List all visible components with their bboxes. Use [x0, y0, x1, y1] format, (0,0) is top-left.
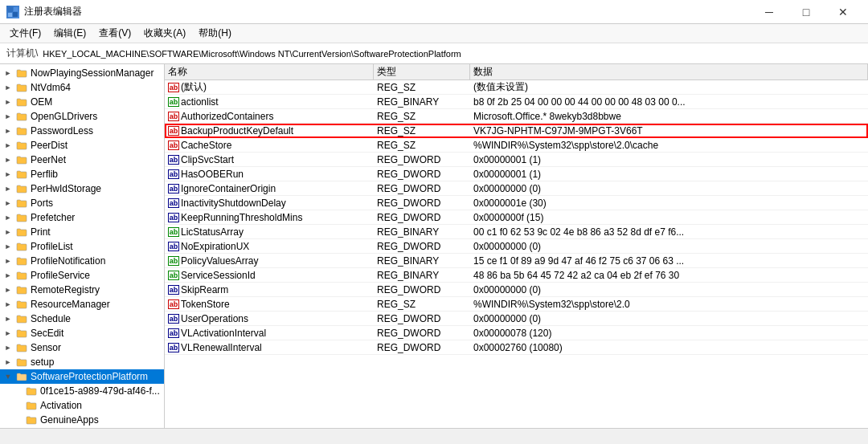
tree-item-Schedule[interactable]: ► Schedule — [0, 312, 164, 326]
svg-rect-1 — [14, 7, 18, 11]
table-row[interactable]: abBackupProductKeyDefaultREG_SZVK7JG-NPH… — [165, 124, 868, 138]
tree-item-PasswordLess[interactable]: ► PasswordLess — [0, 124, 164, 138]
expand-icon[interactable]: ► — [3, 112, 13, 121]
expand-icon[interactable]: ► — [3, 299, 13, 309]
cell-type: REG_DWORD — [374, 283, 470, 296]
tree-item-label: NowPlayingSessionManager — [31, 67, 154, 79]
column-header-type[interactable]: 类型 — [374, 64, 470, 79]
tree-item-SoftwareProtectionPlatform[interactable]: ▼ SoftwareProtectionPlatform — [0, 369, 164, 384]
expand-icon[interactable]: ► — [3, 227, 13, 237]
expand-icon[interactable]: ► — [3, 242, 13, 251]
cell-data: 0x00000000 (0) — [470, 181, 868, 195]
tree-item-ProfileNotification[interactable]: ► ProfileNotification — [0, 254, 164, 268]
table-row[interactable]: abAuthorizedContainersREG_SZMicrosoft.Of… — [165, 109, 868, 124]
tree-item-OpenGLDrivers[interactable]: ► OpenGLDrivers — [0, 109, 164, 124]
table-header: 名称 类型 数据 — [165, 64, 868, 80]
tree-item-0f1ce15[interactable]: 0f1ce15-a989-479d-af46-f... — [0, 384, 164, 398]
table-row[interactable]: abVLActivationIntervalREG_DWORD0x0000007… — [165, 326, 868, 340]
table-row[interactable]: abIgnoreContainerOriginREG_DWORD0x000000… — [165, 181, 868, 196]
table-row[interactable]: abHasOOBERunREG_DWORD0x00000001 (1) — [165, 167, 868, 181]
table-row[interactable]: abVLRenewalIntervalREG_DWORD0x00002760 (… — [165, 340, 868, 355]
tree-item-GenuineApps[interactable]: GenuineApps — [0, 413, 164, 427]
expand-icon[interactable]: ► — [3, 126, 13, 136]
tree-item-RemoteRegistry[interactable]: ► RemoteRegistry — [0, 283, 164, 297]
expand-icon[interactable]: ► — [3, 271, 13, 280]
tree-item-NowPlayingSessionManager[interactable]: ► NowPlayingSessionManager — [0, 66, 164, 80]
expand-icon[interactable]: ► — [3, 343, 13, 352]
expand-icon[interactable]: ► — [3, 314, 13, 324]
table-row[interactable]: abClipSvcStartREG_DWORD0x00000001 (1) — [165, 153, 868, 167]
tree-item-NtVdm64[interactable]: ► NtVdm64 — [0, 80, 164, 95]
expand-icon[interactable]: ► — [3, 357, 13, 367]
expand-icon[interactable]: ► — [3, 97, 13, 107]
tree-item-OEM[interactable]: ► OEM — [0, 95, 164, 109]
table-row[interactable]: abInactivityShutdownDelayREG_DWORD0x0000… — [165, 196, 868, 210]
tree-item-setup[interactable]: ► setup — [0, 355, 164, 369]
table-row[interactable]: abNoExpirationUXREG_DWORD0x00000000 (0) — [165, 239, 868, 254]
address-path[interactable]: HKEY_LOCAL_MACHINE\SOFTWARE\Microsoft\Wi… — [43, 49, 862, 59]
expand-icon[interactable]: ► — [3, 198, 13, 208]
tree-item-ResourceManager[interactable]: ► ResourceManager — [0, 297, 164, 312]
table-row[interactable]: abTokenStoreREG_SZ%WINDIR%\System32\spp\… — [165, 297, 868, 312]
tree-item-label: Schedule — [31, 313, 71, 324]
table-row[interactable]: ab(默认)REG_SZ(数值未设置) — [165, 80, 868, 95]
tree-item-Perflib[interactable]: ► Perflib — [0, 167, 164, 181]
tree-item-label: ProfileService — [31, 270, 90, 281]
tree-item-Ports[interactable]: ► Ports — [0, 196, 164, 210]
table-row[interactable]: abKeepRunningThresholdMinsREG_DWORD0x000… — [165, 210, 868, 225]
expand-icon[interactable]: ► — [3, 328, 13, 338]
expand-icon[interactable] — [13, 415, 23, 425]
cell-name: abHasOOBERun — [165, 167, 374, 181]
expand-icon[interactable]: ▼ — [3, 372, 13, 381]
expand-icon[interactable]: ► — [3, 169, 13, 179]
expand-icon[interactable]: ► — [3, 141, 13, 150]
column-header-name[interactable]: 名称 — [165, 64, 374, 79]
table-row[interactable]: abServiceSessionIdREG_BINARY48 86 ba 5b … — [165, 268, 868, 283]
minimize-button[interactable]: ─ — [751, 0, 788, 24]
tree-item-label: SecEdit — [31, 328, 63, 339]
table-row[interactable]: abPolicyValuesArrayREG_BINARY15 ce f1 0f… — [165, 254, 868, 268]
menu-item-收藏夹A[interactable]: 收藏夹(A) — [137, 25, 192, 42]
menu-item-查看V[interactable]: 查看(V) — [92, 25, 137, 42]
folder-icon — [25, 385, 38, 397]
tree-item-label: Ports — [31, 198, 53, 209]
table-row[interactable]: abUserOperationsREG_DWORD0x00000000 (0) — [165, 312, 868, 326]
binary-icon: ab — [168, 255, 179, 267]
tree-item-PeerNet[interactable]: ► PeerNet — [0, 153, 164, 167]
tree-item-label: PeerDist — [31, 140, 68, 151]
expand-icon[interactable]: ► — [3, 285, 13, 295]
tree-item-PeerDist[interactable]: ► PeerDist — [0, 138, 164, 153]
expand-icon[interactable]: ► — [3, 83, 13, 92]
folder-icon — [15, 270, 28, 281]
close-button[interactable]: ✕ — [825, 0, 862, 24]
menu-item-帮助H[interactable]: 帮助(H) — [192, 25, 238, 42]
expand-icon[interactable]: ► — [3, 256, 13, 266]
table-row[interactable]: abLicStatusArrayREG_BINARY00 c1 f0 62 53… — [165, 225, 868, 239]
tree-item-PerHwIdStorage[interactable]: ► PerHwIdStorage — [0, 181, 164, 196]
expand-icon[interactable]: ► — [3, 184, 13, 193]
column-header-data[interactable]: 数据 — [470, 64, 868, 79]
dword-icon: ab — [168, 328, 179, 339]
tree-item-Activation[interactable]: Activation — [0, 398, 164, 413]
tree-item-ProfileService[interactable]: ► ProfileService — [0, 268, 164, 283]
expand-icon[interactable]: ► — [3, 213, 13, 222]
folder-icon — [15, 183, 28, 194]
tree-item-SecEdit[interactable]: ► SecEdit — [0, 326, 164, 340]
expand-icon[interactable]: ► — [3, 155, 13, 165]
expand-icon[interactable] — [13, 386, 23, 396]
tree-item-Sensor[interactable]: ► Sensor — [0, 340, 164, 355]
table-row[interactable]: abactionlistREG_BINARYb8 0f 2b 25 04 00 … — [165, 95, 868, 109]
maximize-button[interactable]: □ — [788, 0, 825, 24]
table-row[interactable]: abCacheStoreREG_SZ%WINDIR%\System32\spp\… — [165, 138, 868, 153]
tree-item-PayloadOverride[interactable]: PayloadOverride — [0, 427, 164, 428]
menu-item-编辑E[interactable]: 编辑(E) — [47, 25, 92, 42]
cell-data: 48 86 ba 5b 64 45 72 42 a2 ca 04 eb 2f e… — [470, 268, 868, 282]
tree-item-ProfileList[interactable]: ► ProfileList — [0, 239, 164, 254]
tree-item-Prefetcher[interactable]: ► Prefetcher — [0, 210, 164, 225]
table-row[interactable]: abSkipRearmREG_DWORD0x00000000 (0) — [165, 283, 868, 297]
folder-icon — [15, 241, 28, 252]
expand-icon[interactable] — [13, 401, 23, 410]
expand-icon[interactable]: ► — [3, 68, 13, 78]
menu-item-文件F[interactable]: 文件(F) — [3, 25, 47, 42]
tree-item-Print[interactable]: ► Print — [0, 225, 164, 239]
